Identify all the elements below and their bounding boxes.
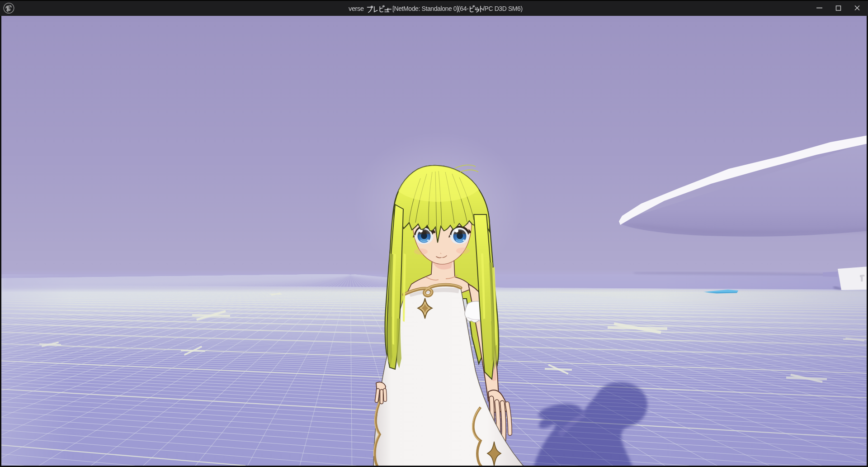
svg-text:verse: verse [349,5,364,12]
svg-text:(64-: (64- [458,5,469,12]
svg-text:[NetMode: Standalone 0]: [NetMode: Standalone 0] [392,5,458,12]
svg-text:/PC D3D SM6): /PC D3D SM6) [483,5,523,12]
